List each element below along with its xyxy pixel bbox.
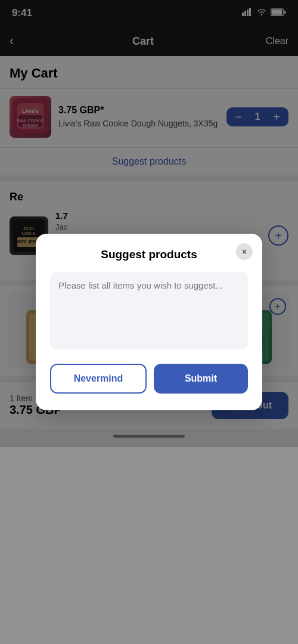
modal-title: Suggest products	[50, 248, 248, 261]
suggest-products-textarea[interactable]	[50, 272, 248, 349]
nevermind-button[interactable]: Nevermind	[50, 364, 147, 394]
modal-buttons: Nevermind Submit	[50, 364, 248, 394]
submit-button[interactable]: Submit	[154, 364, 248, 394]
modal-box: × Suggest products Nevermind Submit	[36, 234, 262, 410]
modal-overlay: × Suggest products Nevermind Submit	[0, 0, 298, 644]
modal-close-button[interactable]: ×	[236, 243, 253, 260]
